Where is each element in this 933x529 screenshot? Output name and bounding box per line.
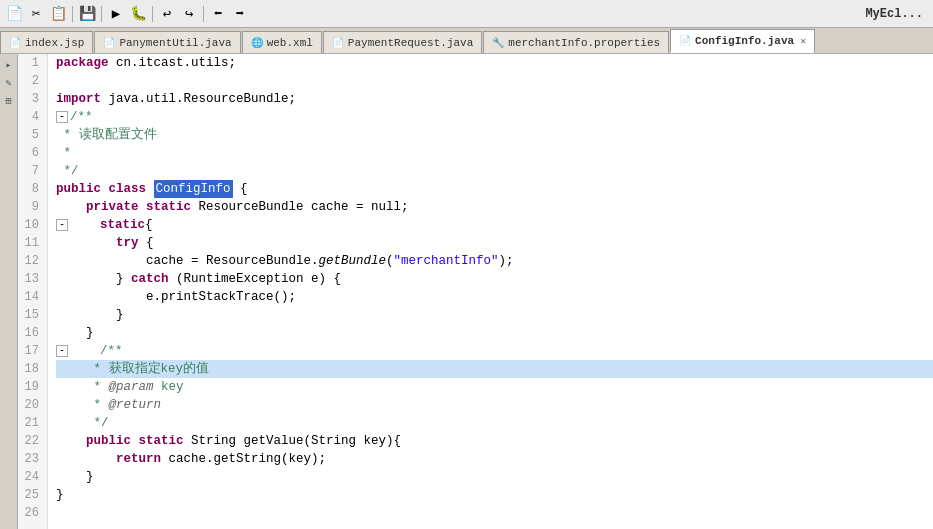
code-line-22: public static String getValue(String key…	[56, 432, 933, 450]
toolbar-icon-file[interactable]: 📄	[4, 4, 24, 24]
line-num-26: 26	[22, 504, 43, 522]
line-num-17: 17	[22, 342, 43, 360]
toolbar-icon-debug[interactable]: 🐛	[128, 4, 148, 24]
myecl-logo: MyEcl...	[865, 7, 929, 21]
line-num-4: 4	[22, 108, 43, 126]
code-line-24: }	[56, 468, 933, 486]
code-line-4: -/**	[56, 108, 933, 126]
tab-payment-util[interactable]: 📄 PanymentUtil.java	[94, 31, 240, 53]
tab-close-config-info[interactable]: ✕	[800, 35, 806, 47]
line-num-20: 20	[22, 396, 43, 414]
line-num-9: 9	[22, 198, 43, 216]
code-content[interactable]: package cn.itcast.utils; import java.uti…	[48, 54, 933, 529]
tab-icon-merchant-info: 🔧	[492, 37, 504, 49]
tab-label-payment-request: PaymentRequest.java	[348, 37, 473, 49]
strip-icon-3[interactable]: ⊞	[2, 94, 16, 108]
editor: 1 2 3 4 5 6 7 8 9 10 11 12 13 14 15 16 1…	[18, 54, 933, 529]
tab-label-config-info: ConfigInfo.java	[695, 35, 794, 47]
vertical-strip: ▸ ✎ ⊞	[0, 54, 18, 529]
strip-icon-1[interactable]: ▸	[2, 58, 16, 72]
code-line-14: e.printStackTrace();	[56, 288, 933, 306]
line-num-15: 15	[22, 306, 43, 324]
code-line-25: }	[56, 486, 933, 504]
line-num-25: 25	[22, 486, 43, 504]
toolbar: 📄 ✂ 📋 💾 ▶ 🐛 ↩ ↪ ⬅ ➡ MyEcl...	[0, 0, 933, 28]
code-line-16: }	[56, 324, 933, 342]
code-line-23: return cache.getString(key);	[56, 450, 933, 468]
line-num-7: 7	[22, 162, 43, 180]
code-line-19: * @param key	[56, 378, 933, 396]
line-num-21: 21	[22, 414, 43, 432]
toolbar-separator-2	[101, 6, 102, 22]
code-view: 1 2 3 4 5 6 7 8 9 10 11 12 13 14 15 16 1…	[18, 54, 933, 529]
toolbar-icon-back[interactable]: ⬅	[208, 4, 228, 24]
code-line-13: } catch (RuntimeException e) {	[56, 270, 933, 288]
code-line-17: - /**	[56, 342, 933, 360]
line-num-8: 8	[22, 180, 43, 198]
line-num-1: 1	[22, 54, 43, 72]
tab-label-index-jsp: index.jsp	[25, 37, 84, 49]
toolbar-icon-cut[interactable]: ✂	[26, 4, 46, 24]
toolbar-icon-forward[interactable]: ➡	[230, 4, 250, 24]
code-line-11: try {	[56, 234, 933, 252]
code-line-3: import java.util.ResourceBundle;	[56, 90, 933, 108]
collapse-4[interactable]: -	[56, 111, 68, 123]
tab-icon-payment-util: 📄	[103, 37, 115, 49]
line-num-2: 2	[22, 72, 43, 90]
toolbar-icon-save[interactable]: 💾	[77, 4, 97, 24]
line-num-19: 19	[22, 378, 43, 396]
line-num-23: 23	[22, 450, 43, 468]
tab-payment-request[interactable]: 📄 PaymentRequest.java	[323, 31, 482, 53]
collapse-10[interactable]: -	[56, 219, 68, 231]
tab-index-jsp[interactable]: 📄 index.jsp	[0, 31, 93, 53]
code-line-9: private static ResourceBundle cache = nu…	[56, 198, 933, 216]
tab-bar: 📄 index.jsp 📄 PanymentUtil.java 🌐 web.xm…	[0, 28, 933, 54]
tab-config-info[interactable]: 📄 ConfigInfo.java ✕	[670, 29, 815, 53]
code-line-21: */	[56, 414, 933, 432]
code-line-12: cache = ResourceBundle.getBundle("mercha…	[56, 252, 933, 270]
tab-icon-payment-request: 📄	[332, 37, 344, 49]
line-num-22: 22	[22, 432, 43, 450]
line-num-3: 3	[22, 90, 43, 108]
toolbar-separator-1	[72, 6, 73, 22]
code-line-7: */	[56, 162, 933, 180]
tab-label-merchant-info: merchantInfo.properties	[508, 37, 660, 49]
line-num-10: 10	[22, 216, 43, 234]
code-line-15: }	[56, 306, 933, 324]
code-line-1: package cn.itcast.utils;	[56, 54, 933, 72]
line-num-5: 5	[22, 126, 43, 144]
toolbar-separator-3	[152, 6, 153, 22]
line-num-11: 11	[22, 234, 43, 252]
tab-label-web-xml: web.xml	[267, 37, 313, 49]
code-line-8: public class ConfigInfo {	[56, 180, 933, 198]
strip-icon-2[interactable]: ✎	[2, 76, 16, 90]
tab-icon-index-jsp: 📄	[9, 37, 21, 49]
line-num-6: 6	[22, 144, 43, 162]
line-num-16: 16	[22, 324, 43, 342]
code-line-10: - static{	[56, 216, 933, 234]
line-num-18: 18	[22, 360, 43, 378]
code-line-2	[56, 72, 933, 90]
code-line-18: * 获取指定key的值	[56, 360, 933, 378]
toolbar-icon-redo[interactable]: ↪	[179, 4, 199, 24]
tab-web-xml[interactable]: 🌐 web.xml	[242, 31, 322, 53]
code-line-6: *	[56, 144, 933, 162]
line-num-13: 13	[22, 270, 43, 288]
line-numbers: 1 2 3 4 5 6 7 8 9 10 11 12 13 14 15 16 1…	[18, 54, 48, 529]
main-area: ▸ ✎ ⊞ 1 2 3 4 5 6 7 8 9 10 11 12 13 14 1…	[0, 54, 933, 529]
line-num-12: 12	[22, 252, 43, 270]
code-line-5: * 读取配置文件	[56, 126, 933, 144]
toolbar-icon-undo[interactable]: ↩	[157, 4, 177, 24]
tab-icon-config-info: 📄	[679, 35, 691, 47]
line-num-24: 24	[22, 468, 43, 486]
code-line-20: * @return	[56, 396, 933, 414]
code-line-26	[56, 504, 933, 522]
toolbar-separator-4	[203, 6, 204, 22]
collapse-17[interactable]: -	[56, 345, 68, 357]
line-num-14: 14	[22, 288, 43, 306]
tab-merchant-info[interactable]: 🔧 merchantInfo.properties	[483, 31, 669, 53]
tab-icon-web-xml: 🌐	[251, 37, 263, 49]
toolbar-icon-run[interactable]: ▶	[106, 4, 126, 24]
toolbar-icon-copy[interactable]: 📋	[48, 4, 68, 24]
tab-label-payment-util: PanymentUtil.java	[119, 37, 231, 49]
